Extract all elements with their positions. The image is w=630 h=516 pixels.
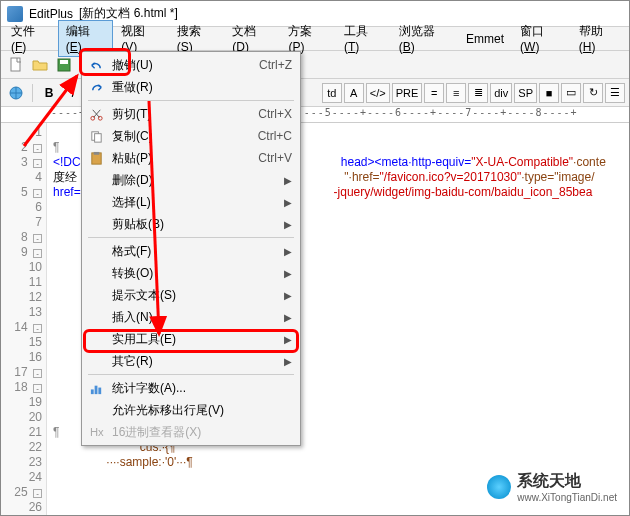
menu-item-文件[interactable]: 文件(F) xyxy=(3,20,58,57)
submenu-arrow-icon: ▶ xyxy=(284,219,292,230)
menu-separator xyxy=(88,237,294,238)
menu-item[interactable]: 删除(D)▶ xyxy=(84,169,298,191)
submenu-arrow-icon: ▶ xyxy=(284,175,292,186)
menu-item[interactable]: 剪贴板(B)▶ xyxy=(84,213,298,235)
open-file-button[interactable] xyxy=(29,54,51,76)
blank-icon xyxy=(86,263,106,283)
line-number: 9 - xyxy=(1,245,42,260)
menu-item[interactable]: 其它(R)▶ xyxy=(84,350,298,372)
line-number: 17 - xyxy=(1,365,42,380)
menu-item-Emmet[interactable]: Emmet xyxy=(458,29,512,49)
line-number: 11 xyxy=(1,275,42,290)
svg-rect-10 xyxy=(90,389,93,394)
format-button[interactable]: td xyxy=(322,83,342,103)
svg-rect-0 xyxy=(11,58,20,71)
line-number: 6 xyxy=(1,200,42,215)
menu-item[interactable]: 插入(N)▶ xyxy=(84,306,298,328)
menu-separator xyxy=(88,100,294,101)
blank-icon xyxy=(86,241,106,261)
menu-separator xyxy=(88,374,294,375)
submenu-arrow-icon: ▶ xyxy=(284,246,292,257)
line-number: 23 xyxy=(1,455,42,470)
format-button[interactable]: ≣ xyxy=(468,83,488,103)
menu-item[interactable]: 撤销(U)Ctrl+Z xyxy=(84,54,298,76)
undo-icon xyxy=(86,55,106,75)
svg-text:Hx: Hx xyxy=(89,426,103,438)
menu-item-label: 统计字数(A)... xyxy=(112,380,292,397)
menu-item[interactable]: 复制(C)Ctrl+C xyxy=(84,125,298,147)
menu-item-label: 粘贴(P) xyxy=(112,150,252,167)
menu-item-帮助[interactable]: 帮助(H) xyxy=(571,20,627,57)
submenu-arrow-icon: ▶ xyxy=(284,334,292,345)
menu-item-label: 选择(L) xyxy=(112,194,278,211)
menu-item-label: 允许光标移出行尾(V) xyxy=(112,402,292,419)
world-icon[interactable] xyxy=(5,82,27,104)
blank-icon xyxy=(86,285,106,305)
menu-item-label: 撤销(U) xyxy=(112,57,253,74)
redo-icon xyxy=(86,77,106,97)
submenu-arrow-icon: ▶ xyxy=(284,356,292,367)
submenu-arrow-icon: ▶ xyxy=(284,290,292,301)
bold-button[interactable]: B xyxy=(38,82,60,104)
new-file-button[interactable] xyxy=(5,54,27,76)
format-button[interactable]: PRE xyxy=(392,83,423,103)
menu-item[interactable]: 允许光标移出行尾(V) xyxy=(84,399,298,421)
menu-item-工具[interactable]: 工具(T) xyxy=(336,20,391,57)
submenu-arrow-icon: ▶ xyxy=(284,268,292,279)
line-number: 1 xyxy=(1,125,42,140)
paste-icon xyxy=(86,148,106,168)
format-button[interactable]: </> xyxy=(366,83,390,103)
menu-item[interactable]: 实用工具(E)▶ xyxy=(84,328,298,350)
menu-accelerator: Ctrl+X xyxy=(258,107,292,121)
line-number: 25 - xyxy=(1,485,42,500)
menu-item-浏览器[interactable]: 浏览器(B) xyxy=(391,20,458,57)
menu-item: Hx16进制查看器(X) xyxy=(84,421,298,443)
line-number: 3 - xyxy=(1,155,42,170)
line-number: 24 xyxy=(1,470,42,485)
menu-item-label: 复制(C) xyxy=(112,128,252,145)
svg-rect-9 xyxy=(93,151,99,154)
menu-item-label: 剪贴板(B) xyxy=(112,216,278,233)
line-number: 8 - xyxy=(1,230,42,245)
watermark-url: www.XiTongTianDi.net xyxy=(517,492,617,503)
menu-item-label: 16进制查看器(X) xyxy=(112,424,292,441)
format-button[interactable]: = xyxy=(424,83,444,103)
line-number: 15 xyxy=(1,335,42,350)
format-button[interactable]: ☰ xyxy=(605,83,625,103)
menu-item[interactable]: 提示文本(S)▶ xyxy=(84,284,298,306)
line-number: 22 xyxy=(1,440,42,455)
menu-item[interactable]: 选择(L)▶ xyxy=(84,191,298,213)
line-number: 18 - xyxy=(1,380,42,395)
format-button[interactable]: A xyxy=(344,83,364,103)
format-button[interactable]: ≡ xyxy=(446,83,466,103)
menu-bar: 文件(F)编辑(E)视图(V)搜索(S)文档(D)方案(P)工具(T)浏览器(B… xyxy=(1,27,629,51)
line-number: 7 xyxy=(1,215,42,230)
submenu-arrow-icon: ▶ xyxy=(284,197,292,208)
menu-accelerator: Ctrl+V xyxy=(258,151,292,165)
line-number: 19 xyxy=(1,395,42,410)
menu-item[interactable]: 粘贴(P)Ctrl+V xyxy=(84,147,298,169)
blank-icon xyxy=(86,400,106,420)
format-button[interactable]: ▭ xyxy=(561,83,581,103)
menu-item[interactable]: 转换(O)▶ xyxy=(84,262,298,284)
menu-item[interactable]: 重做(R) xyxy=(84,76,298,98)
menu-item[interactable]: 剪切(T)Ctrl+X xyxy=(84,103,298,125)
line-number: 21 xyxy=(1,425,42,440)
line-number: 16 xyxy=(1,350,42,365)
watermark-icon xyxy=(487,475,511,499)
line-number: 4 xyxy=(1,170,42,185)
svg-rect-2 xyxy=(60,60,68,64)
line-number: 5 - xyxy=(1,185,42,200)
menu-item-窗口[interactable]: 窗口(W) xyxy=(512,20,571,57)
format-button[interactable]: ↻ xyxy=(583,83,603,103)
menu-item-label: 剪切(T) xyxy=(112,106,252,123)
menu-item[interactable]: 格式(F)▶ xyxy=(84,240,298,262)
format-button[interactable]: SP xyxy=(514,83,537,103)
blank-icon xyxy=(86,329,106,349)
format-button[interactable]: ■ xyxy=(539,83,559,103)
stats-icon xyxy=(86,378,106,398)
menu-item-label: 重做(R) xyxy=(112,79,292,96)
hex-icon: Hx xyxy=(86,422,106,442)
menu-item[interactable]: 统计字数(A)... xyxy=(84,377,298,399)
format-button[interactable]: div xyxy=(490,83,512,103)
